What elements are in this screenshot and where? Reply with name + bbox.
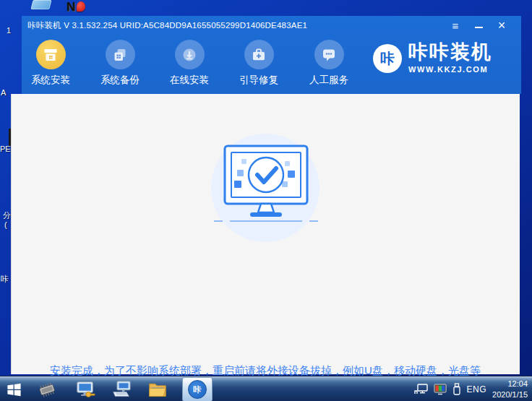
nav-label: 系统安装 bbox=[22, 74, 80, 87]
nav-item-boot-repair[interactable]: 引导修复 bbox=[230, 38, 288, 87]
windows-flag-icon bbox=[6, 381, 22, 398]
close-icon[interactable]: × bbox=[494, 19, 510, 32]
desktop-label-fragment[interactable]: 咔 bbox=[1, 274, 9, 285]
language-indicator[interactable]: ENG bbox=[467, 384, 487, 394]
taskbar-display-settings[interactable] bbox=[74, 379, 96, 400]
window-controls: ≡ × bbox=[447, 19, 510, 32]
taskbar-chip-tool[interactable] bbox=[36, 379, 58, 400]
brand-name: 咔咔装机 bbox=[408, 42, 492, 64]
minimize-icon[interactable] bbox=[471, 19, 486, 32]
red-pin-icon bbox=[77, 1, 85, 12]
window-title: 咔咔装机 V 3.1.532.254 URID:A5C84DD9A1655055… bbox=[27, 20, 307, 31]
menu-icon[interactable]: ≡ bbox=[447, 19, 463, 32]
taskbar-input-tool[interactable] bbox=[111, 379, 132, 400]
install-box-icon bbox=[36, 40, 66, 69]
brand-logo: 咔 咔咔装机 WWW.KKZJ.COM bbox=[373, 42, 492, 74]
taskbar-file-explorer[interactable] bbox=[147, 379, 168, 400]
installer-window-header: 咔咔装机 V 3.1.532.254 URID:A5C84DD9A1655055… bbox=[22, 16, 521, 94]
minimize-bar bbox=[475, 27, 483, 28]
desktop-app-icon-letter: N bbox=[66, 0, 75, 14]
network-status-icon[interactable] bbox=[414, 384, 428, 395]
taskbar: 咔 ENG 12:04 2020/1/1 bbox=[0, 376, 532, 401]
installer-window-body: 安装完成，为了不影响系统部署，重启前请将外接设备拔掉，例如U盘，移动硬盘，光盘等… bbox=[11, 94, 520, 374]
cpu-chip-icon bbox=[37, 380, 57, 399]
keyboard-monitor-icon bbox=[111, 380, 132, 399]
desktop-label-fragment[interactable]: A bbox=[1, 88, 6, 97]
taskbar-kaka-app-active[interactable]: 咔 bbox=[182, 377, 213, 401]
monitor-checkmark-illustration bbox=[208, 139, 324, 229]
nav-label: 人工服务 bbox=[300, 74, 358, 87]
nav-bar: 系统安装 系统备份 bbox=[22, 38, 390, 94]
display-color-icon[interactable] bbox=[434, 384, 447, 395]
backup-copy-icon bbox=[106, 40, 135, 69]
desktop-label-fragment[interactable]: 1 bbox=[7, 26, 11, 35]
toolbox-repair-icon bbox=[244, 40, 274, 69]
nav-item-manual-service[interactable]: 人工服务 bbox=[300, 38, 358, 87]
desktop-label-fragment[interactable]: 分 bbox=[3, 210, 11, 221]
screen: N 1 A PE 分 ( 咔 安装完成，为了不影响系统部署，重启前请将外接设备拔… bbox=[0, 0, 532, 401]
nav-label: 在线安装 bbox=[160, 74, 218, 87]
start-button[interactable] bbox=[3, 379, 25, 400]
desktop-label-fragment[interactable]: ( bbox=[4, 220, 7, 229]
chat-service-icon bbox=[314, 40, 344, 69]
nav-label: 系统备份 bbox=[91, 74, 149, 87]
nav-item-online-install[interactable]: 在线安装 bbox=[160, 38, 218, 87]
nav-label: 引导修复 bbox=[230, 74, 288, 87]
monitor-key-icon bbox=[75, 380, 95, 399]
nav-item-system-install[interactable]: 系统安装 bbox=[22, 38, 80, 87]
brand-url: WWW.KKZJ.COM bbox=[408, 65, 492, 74]
kaka-app-icon: 咔 bbox=[188, 380, 207, 399]
download-circle-icon bbox=[175, 40, 205, 69]
desktop-file-icon[interactable] bbox=[30, 0, 51, 9]
usb-device-icon[interactable] bbox=[452, 383, 461, 395]
clock-date: 2020/1/15 bbox=[492, 389, 528, 400]
clock-time: 12:04 bbox=[492, 379, 528, 389]
desktop-app-icon[interactable]: N bbox=[66, 0, 75, 14]
brand-badge-icon: 咔 bbox=[373, 44, 402, 73]
folder-icon bbox=[147, 380, 168, 399]
system-tray: ENG 12:04 2020/1/15 bbox=[414, 376, 532, 401]
clock[interactable]: 12:04 2020/1/15 bbox=[492, 379, 528, 400]
nav-item-system-backup[interactable]: 系统备份 bbox=[91, 38, 149, 87]
